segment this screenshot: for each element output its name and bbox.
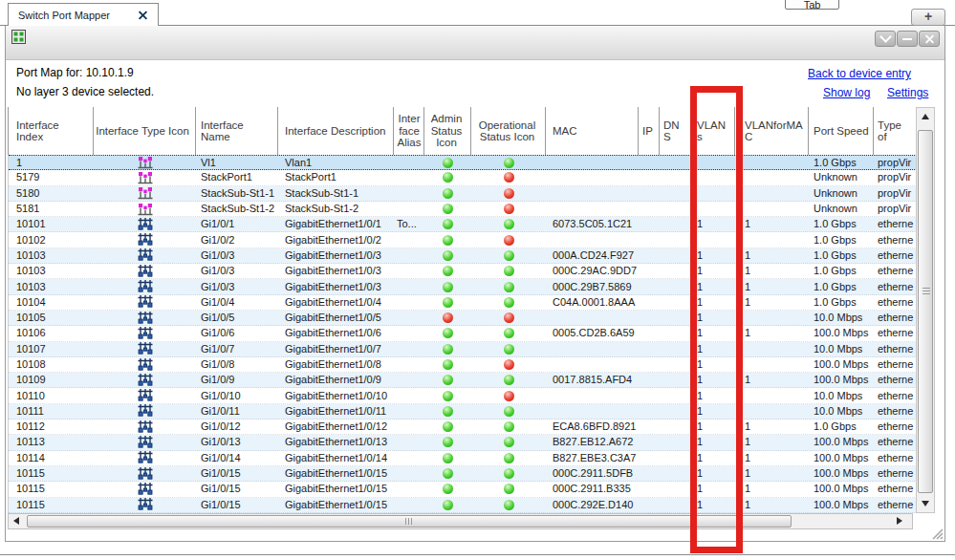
- admin-status-cell: [424, 326, 471, 340]
- table-row[interactable]: 10103Gi1/0/3GigabitEthernet1/0/3000A.CD2…: [9, 248, 917, 264]
- cell-index: 10104: [9, 295, 94, 310]
- cell-desc: GigabitEthernet1/0/15: [278, 482, 394, 496]
- column-header-ip[interactable]: IP: [639, 107, 660, 155]
- admin-status-cell: [424, 420, 471, 434]
- column-header-vfm[interactable]: VLANforMAC: [735, 107, 809, 155]
- cell-type: etherne: [874, 482, 917, 496]
- cell-name: Gi1/0/8: [196, 357, 278, 372]
- table-row[interactable]: 10112Gi1/0/12GigabitEthernet1/0/12ECA8.6…: [9, 420, 917, 435]
- column-header-alias[interactable]: Interface Alias: [394, 107, 424, 155]
- table-row[interactable]: 10108Gi1/0/8GigabitEthernet1/0/81100.0 M…: [9, 357, 917, 373]
- show-log-link[interactable]: Show log: [823, 86, 870, 99]
- cell-speed: Unknown: [809, 186, 874, 201]
- cell-name: Gi1/0/2: [196, 232, 278, 247]
- ethernet-interface-icon: [94, 451, 196, 465]
- table-row[interactable]: 10104Gi1/0/4GigabitEthernet1/0/4C04A.000…: [9, 295, 917, 311]
- cell-desc: GigabitEthernet1/0/10: [278, 388, 394, 402]
- table-row[interactable]: 10103Gi1/0/3GigabitEthernet1/0/3000C.29B…: [9, 279, 917, 294]
- cell-vfm: [735, 186, 809, 201]
- table-row[interactable]: 10115Gi1/0/15GigabitEthernet1/0/15000C.2…: [9, 482, 917, 497]
- table-row[interactable]: 5179StackPort1StackPort1UnknownpropVir: [9, 170, 917, 185]
- table-row[interactable]: 10111Gi1/0/11GigabitEthernet1/0/11110.0 …: [9, 404, 917, 420]
- status-up-icon: [443, 406, 453, 417]
- cell-alias: [394, 248, 424, 263]
- cell-mac: [546, 202, 639, 216]
- tab-close-icon[interactable]: [138, 10, 148, 20]
- new-tab-button[interactable]: +: [911, 9, 945, 26]
- cell-alias: [394, 466, 424, 481]
- column-header-desc[interactable]: Interface Description: [278, 107, 394, 155]
- table-row[interactable]: 10105Gi1/0/5GigabitEthernet1/0/5110.0 Mb…: [9, 311, 917, 326]
- cell-desc: GigabitEthernet1/0/3: [278, 248, 394, 263]
- status-up-icon: [443, 204, 453, 214]
- table-row[interactable]: 10106Gi1/0/6GigabitEthernet1/0/60005.CD2…: [9, 326, 917, 341]
- scroll-down-icon[interactable]: [922, 501, 929, 506]
- table-row[interactable]: 5181StackSub-St1-2StackSub-St1-2Unknownp…: [9, 202, 917, 217]
- ethernet-interface-icon: [94, 482, 196, 496]
- cell-mac: 000C.29AC.9DD7: [546, 264, 639, 278]
- vertical-scrollbar-thumb[interactable]: [918, 130, 933, 493]
- oper-status-cell: [471, 451, 546, 465]
- column-header-dns[interactable]: DNS: [660, 107, 691, 155]
- scroll-up-icon[interactable]: [922, 114, 929, 119]
- column-header-name[interactable]: Interface Name: [196, 107, 278, 155]
- horizontal-scrollbar-thumb[interactable]: [27, 515, 792, 528]
- table-row[interactable]: 5180StackSub-St1-1StackSub-St1-1Unknownp…: [9, 186, 917, 202]
- settings-link[interactable]: Settings: [887, 86, 928, 99]
- status-up-icon: [443, 266, 453, 276]
- cell-dns: [660, 311, 691, 325]
- cell-dns: [660, 373, 691, 387]
- cell-vfm: 1: [735, 279, 809, 293]
- cell-ip: [639, 311, 660, 325]
- close-button[interactable]: [919, 31, 940, 47]
- status-up-icon: [504, 406, 514, 417]
- tab-switch-port-mapper[interactable]: Switch Port Mapper: [8, 3, 159, 26]
- collapse-button[interactable]: [875, 31, 896, 47]
- cell-alias: [394, 202, 424, 216]
- column-header-index[interactable]: Interface Index: [9, 107, 94, 155]
- port-map-for-text: Port Map for: 10.10.1.9: [16, 66, 134, 79]
- ethernet-interface-icon: [94, 357, 196, 372]
- table-row[interactable]: 1Vl1Vlan11.0 GbpspropVir: [9, 155, 917, 170]
- table-row[interactable]: 10110Gi1/0/10GigabitEthernet1/0/10110.0 …: [9, 388, 917, 403]
- cell-name: StackPort1: [196, 170, 278, 184]
- cell-type: etherne: [874, 311, 917, 325]
- back-to-device-entry-link[interactable]: Back to device entry: [808, 67, 911, 80]
- table-row[interactable]: 10114Gi1/0/14GigabitEthernet1/0/14B827.E…: [9, 451, 917, 466]
- scroll-left-icon[interactable]: [13, 517, 19, 525]
- save-tab-button[interactable]: Save Tab: [785, 0, 839, 10]
- table-row[interactable]: 10101Gi1/0/1GigabitEthernet1/0/1To...607…: [9, 217, 917, 232]
- cell-index: 5180: [9, 186, 94, 201]
- column-header-admin[interactable]: Admin Status Icon: [424, 107, 471, 155]
- column-header-oper[interactable]: Operational Status Icon: [471, 107, 546, 155]
- cell-dns: [660, 295, 691, 310]
- table-row[interactable]: 10113Gi1/0/13GigabitEthernet1/0/13B827.E…: [9, 435, 917, 450]
- status-up-icon: [504, 500, 514, 510]
- minimize-button[interactable]: [897, 31, 918, 47]
- table-row[interactable]: 10107Gi1/0/7GigabitEthernet1/0/7110.0 Mb…: [9, 342, 917, 357]
- status-up-icon: [443, 282, 453, 292]
- table-row[interactable]: 10115Gi1/0/15GigabitEthernet1/0/15000C.2…: [9, 498, 917, 513]
- resize-grip[interactable]: [930, 527, 944, 541]
- cell-speed: 1.0 Gbps: [809, 264, 874, 278]
- cell-index: 10112: [9, 420, 94, 434]
- cell-dns: [660, 342, 691, 356]
- cell-vfm: 1: [735, 498, 809, 512]
- column-header-mac[interactable]: MAC: [546, 107, 639, 155]
- scroll-right-icon[interactable]: [897, 517, 902, 525]
- column-header-icon[interactable]: Interface Type Icon: [94, 107, 196, 155]
- cell-mac: [546, 232, 639, 247]
- no-device-text: No layer 3 device selected.: [16, 85, 154, 98]
- column-header-type[interactable]: Type of: [874, 107, 917, 155]
- table-row[interactable]: 10109Gi1/0/9GigabitEthernet1/0/90017.881…: [9, 373, 917, 388]
- table-row[interactable]: 10115Gi1/0/15GigabitEthernet1/0/15000C.2…: [9, 466, 917, 482]
- table-row[interactable]: 10102Gi1/0/2GigabitEthernet1/0/21.0 Gbps…: [9, 232, 917, 248]
- column-header-speed[interactable]: Port Speed: [809, 107, 874, 155]
- cell-vfm: 1: [735, 466, 809, 481]
- cell-desc: GigabitEthernet1/0/4: [278, 295, 394, 310]
- status-up-icon: [443, 375, 453, 385]
- oper-status-cell: [471, 326, 546, 340]
- cell-desc: StackSub-St1-2: [278, 202, 394, 216]
- cell-type: propVir: [874, 186, 917, 201]
- table-row[interactable]: 10103Gi1/0/3GigabitEthernet1/0/3000C.29A…: [9, 264, 917, 279]
